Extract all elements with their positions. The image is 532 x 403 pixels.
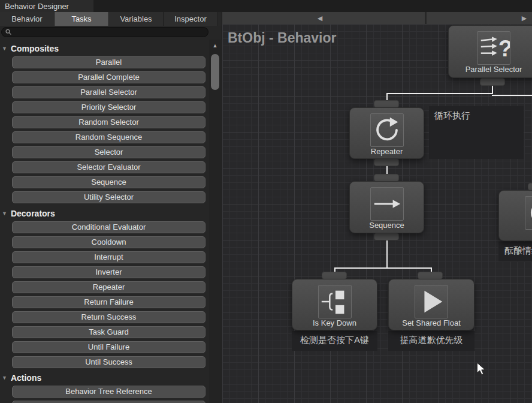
sidebar-tab-label: Behavior: [11, 14, 42, 23]
node-sequence[interactable]: Sequence: [349, 181, 424, 233]
window-title-tab[interactable]: Behavior Designer: [0, 0, 93, 12]
composites-task-list: ParallelParallel CompleteParallel Select…: [0, 56, 208, 203]
task-button[interactable]: Interrupt: [12, 251, 205, 263]
sidebar-scrollbar[interactable]: ▲: [209, 40, 221, 403]
task-button[interactable]: Utility Selector: [12, 191, 205, 203]
wire: [386, 93, 493, 94]
task-button[interactable]: Until Failure: [12, 341, 205, 353]
task-button[interactable]: Random Selector: [12, 116, 205, 128]
task-button[interactable]: Repeater: [12, 281, 205, 293]
section-header-actions[interactable]: ▼ Actions: [0, 372, 208, 383]
section-header-decorators[interactable]: ▼ Decorators: [0, 208, 208, 219]
search-bar: [1, 27, 208, 37]
search-icon: [5, 29, 12, 35]
section-composites: ▼ Composites ParallelParallel CompletePa…: [0, 43, 208, 206]
node-comment-is-key-down: 检测是否按下A键: [292, 331, 377, 351]
node-label: Is Key Down: [313, 318, 356, 327]
task-button[interactable]: Sequence: [12, 176, 205, 188]
sidebar-tab[interactable]: Variables: [109, 12, 164, 26]
parallel-selector-icon: ?: [477, 31, 510, 65]
wire: [386, 240, 388, 268]
sidebar-tab[interactable]: Inspector: [164, 12, 218, 26]
actions-task-list: Behavior Tree Reference: [0, 386, 208, 398]
decorators-task-list: Conditional EvaluatorCooldownInterruptIn…: [0, 221, 208, 368]
task-button[interactable]: Inverter: [12, 266, 205, 278]
task-button[interactable]: Parallel Selector: [12, 86, 205, 98]
graph-canvas[interactable]: BtObj - Behavior 循环执行 检测是否按下A键 提高道歉优先级 酝…: [222, 24, 532, 403]
node-parallel-selector[interactable]: ? Parallel Selector: [448, 25, 532, 78]
svg-text:?: ?: [498, 35, 510, 61]
task-button[interactable]: Parallel Complete: [12, 71, 205, 83]
node-is-key-down[interactable]: Is Key Down: [292, 279, 377, 330]
window-title: Behavior Designer: [5, 2, 69, 11]
sidebar-tab[interactable]: Behavior: [0, 12, 55, 26]
section-actions: ▼ Actions Behavior Tree Reference: [0, 372, 208, 403]
node-comment-set-shared-float: 提高道歉优先级: [388, 331, 474, 351]
sequence-icon: [370, 187, 404, 221]
toolbar-divider: [425, 12, 427, 24]
connector-tab[interactable]: [374, 233, 399, 240]
section-title: Actions: [11, 373, 41, 383]
node-comment-repeater: 循环执行: [429, 106, 524, 159]
node-comment-wait: 酝酿情绪: [498, 242, 532, 261]
wire: [334, 267, 432, 269]
sidebar-tab[interactable]: Tasks: [55, 12, 109, 26]
task-button-partial[interactable]: [12, 401, 205, 403]
task-button[interactable]: Behavior Tree Reference: [12, 386, 205, 398]
task-button[interactable]: Random Sequence: [12, 131, 205, 143]
mouse-cursor: [476, 362, 486, 378]
task-button[interactable]: Until Success: [12, 356, 205, 368]
conditional-branch-icon: [318, 285, 352, 318]
search-input[interactable]: [14, 28, 204, 36]
collapse-triangle-icon: ▼: [2, 375, 7, 381]
task-button[interactable]: Priority Selector: [12, 101, 205, 113]
sidebar: Behavior Tasks Variables Inspector ▼ Com…: [0, 12, 222, 403]
section-decorators: ▼ Decorators Conditional EvaluatorCooldo…: [0, 208, 208, 371]
sidebar-tab-label: Tasks: [71, 14, 91, 23]
page-next-icon[interactable]: ▶: [518, 12, 530, 24]
wire: [492, 95, 532, 96]
node-label: Sequence: [369, 221, 404, 230]
node-label: Repeater: [371, 147, 403, 156]
page-prev-icon[interactable]: ◀: [314, 12, 326, 24]
task-button[interactable]: Cooldown: [12, 236, 205, 248]
task-button[interactable]: Task Guard: [12, 326, 205, 338]
section-header-composites[interactable]: ▼ Composites: [0, 43, 208, 54]
task-button[interactable]: Parallel: [12, 56, 205, 68]
node-label: Parallel Selector: [466, 65, 522, 74]
node-wait[interactable]: Wait: [498, 190, 532, 241]
wire: [492, 85, 493, 94]
task-button[interactable]: Selector Evaluator: [12, 161, 205, 173]
graph-panel: ◀ ▶ BtObj - Behavior 循环执行 检测是否按下A键 提高道歉优…: [222, 12, 532, 403]
connector-tab[interactable]: [374, 158, 399, 166]
sidebar-tabbar: Behavior Tasks Variables Inspector: [0, 12, 222, 26]
graph-title: BtObj - Behavior: [228, 30, 336, 46]
window-titlebar: Behavior Designer: [0, 0, 532, 12]
wait-icon: [525, 196, 532, 230]
collapse-triangle-icon: ▼: [2, 211, 7, 216]
task-button[interactable]: Return Failure: [12, 296, 205, 308]
node-repeater[interactable]: Repeater: [349, 107, 424, 159]
task-button[interactable]: Return Success: [12, 311, 205, 323]
node-set-shared-float[interactable]: Set Shared Float: [388, 279, 474, 330]
sidebar-tab-label: Variables: [120, 14, 152, 23]
graph-toolbar: ◀ ▶: [222, 12, 532, 24]
scrollbar-thumb[interactable]: [211, 54, 219, 90]
task-button[interactable]: Conditional Evaluator: [12, 221, 205, 233]
sidebar-tab-label: Inspector: [174, 14, 206, 23]
play-action-icon: [415, 285, 448, 318]
section-title: Composites: [11, 44, 59, 53]
repeater-icon: [370, 113, 404, 147]
connector-tab[interactable]: [480, 78, 505, 86]
collapse-triangle-icon: ▼: [2, 46, 7, 52]
section-title: Decorators: [11, 209, 55, 218]
task-button[interactable]: Selector: [12, 146, 205, 158]
node-label: Set Shared Float: [402, 318, 461, 327]
scroll-up-icon[interactable]: ▲: [209, 43, 221, 49]
wire: [386, 166, 388, 175]
